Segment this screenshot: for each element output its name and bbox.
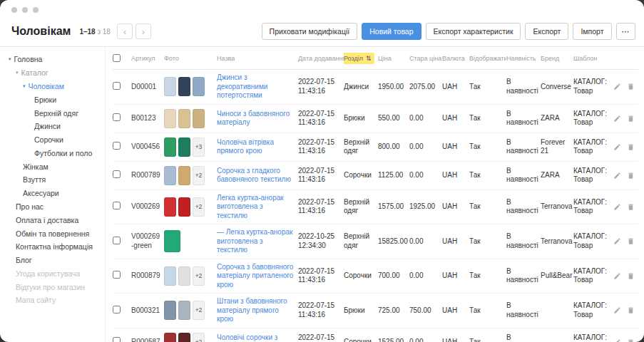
more-photos-badge[interactable]: +2 — [193, 266, 205, 286]
column-photo[interactable]: Фото — [164, 55, 217, 62]
delete-icon[interactable] — [627, 115, 635, 123]
sidebar-item[interactable]: Про нас — [1, 200, 103, 214]
more-photos-badge[interactable]: +2 — [193, 333, 205, 342]
product-name-link[interactable]: Чиноси з бавовняного матеріалу — [217, 110, 290, 127]
product-name-link[interactable]: Джинси з декоративними потертостями — [217, 73, 267, 99]
sidebar-item[interactable]: Джинси — [1, 120, 103, 133]
row-checkbox[interactable] — [113, 170, 121, 178]
row-checkbox[interactable] — [113, 337, 121, 342]
product-photo[interactable] — [164, 77, 176, 96]
sidebar-item[interactable]: Угода користувача — [1, 267, 103, 281]
product-name-link[interactable]: Чоловічі сорочки з легкого текстилю — [217, 333, 277, 342]
product-photo[interactable] — [164, 109, 176, 128]
row-checkbox[interactable] — [113, 306, 121, 314]
row-checkbox[interactable] — [113, 82, 121, 90]
row-checkbox[interactable] — [113, 113, 121, 121]
delete-icon[interactable] — [627, 338, 635, 342]
edit-icon[interactable] — [613, 115, 621, 123]
product-name-link[interactable]: — Легка куртка-анорак виготовлена з текс… — [217, 228, 292, 254]
column-old-price[interactable]: Стара ціна — [409, 55, 442, 62]
product-name-link[interactable]: Сорочка з гладкого бавовняного текстилю — [217, 167, 291, 184]
edit-icon[interactable] — [613, 172, 621, 180]
column-section[interactable]: Розділ ⇅ — [344, 53, 378, 64]
delete-icon[interactable] — [627, 143, 635, 151]
product-photo[interactable] — [178, 266, 190, 286]
more-actions-button[interactable]: ⋯ — [616, 23, 636, 40]
column-sku[interactable]: Артикул — [131, 55, 164, 62]
edit-icon[interactable] — [613, 83, 621, 90]
delete-icon[interactable] — [627, 83, 635, 90]
column-display[interactable]: Відображати — [469, 55, 506, 62]
column-name[interactable]: Назва — [217, 55, 298, 62]
more-photos-badge[interactable]: +2 — [193, 301, 205, 320]
sidebar-item[interactable]: Контактна інформація — [1, 240, 103, 254]
sidebar-item[interactable]: ▾Головна — [1, 53, 103, 66]
product-photo[interactable] — [178, 197, 190, 217]
edit-icon[interactable] — [613, 338, 621, 342]
sidebar-item[interactable]: Жінкам — [1, 160, 103, 173]
row-checkbox[interactable] — [113, 237, 121, 244]
product-photo[interactable] — [178, 301, 190, 320]
delete-icon[interactable] — [627, 306, 635, 314]
more-photos-badge[interactable]: +2 — [193, 197, 205, 217]
more-photos-badge[interactable]: +2 — [193, 166, 205, 185]
sidebar-item[interactable]: Відгуки про магазин — [1, 280, 103, 294]
window-control-dot[interactable] — [11, 7, 17, 13]
product-photo[interactable] — [164, 333, 176, 342]
edit-icon[interactable] — [613, 306, 621, 314]
product-photo[interactable] — [193, 77, 205, 96]
select-all-checkbox[interactable] — [113, 54, 121, 62]
column-availability[interactable]: Наявність — [506, 55, 541, 62]
product-photo[interactable] — [178, 109, 190, 128]
column-currency[interactable]: Валюта — [442, 55, 469, 62]
product-name-link[interactable]: Легка куртка-анорак виготовлена з тексти… — [217, 194, 284, 219]
delete-icon[interactable] — [627, 272, 635, 280]
product-photo[interactable] — [164, 197, 176, 217]
product-photo[interactable] — [193, 109, 205, 128]
more-photos-badge[interactable]: +3 — [193, 138, 205, 157]
column-template[interactable]: Шаблон — [573, 55, 613, 62]
sidebar-item[interactable]: Брюки — [1, 93, 103, 106]
export-characteristics-button[interactable]: Експорт характеристик — [426, 23, 521, 40]
product-name-link[interactable]: Чоловіча вітрівка прямого крою — [217, 138, 274, 155]
product-photo[interactable] — [164, 230, 180, 252]
sidebar-item[interactable]: Сорочки — [1, 133, 103, 147]
sidebar-item[interactable]: Блог — [1, 254, 103, 267]
sidebar-item[interactable]: Взуття — [1, 173, 103, 187]
product-photo[interactable] — [164, 166, 176, 185]
hide-modifications-button[interactable]: Приховати модифікації — [262, 23, 358, 40]
edit-icon[interactable] — [613, 237, 621, 245]
import-button[interactable]: Імпорт — [573, 23, 611, 40]
window-control-dot[interactable] — [22, 7, 28, 13]
product-photo[interactable] — [178, 333, 190, 342]
new-product-button[interactable]: Новий товар — [362, 23, 421, 40]
product-name-link[interactable]: Штани з бавовняного матеріалу прямого кр… — [217, 297, 287, 323]
sidebar-item[interactable]: ▾Чоловікам — [1, 80, 103, 93]
row-checkbox[interactable] — [113, 142, 121, 150]
sidebar-item[interactable]: Аксесуари — [1, 187, 103, 200]
sort-icon[interactable]: ⇅ — [366, 55, 372, 62]
next-page-button[interactable]: › — [136, 24, 151, 39]
column-date-added[interactable]: Дата додавання — [298, 55, 344, 62]
sidebar-item[interactable]: Оплата і доставка — [1, 213, 103, 227]
edit-icon[interactable] — [613, 272, 621, 280]
delete-icon[interactable] — [627, 203, 635, 211]
sidebar-item[interactable]: Обмін та повернення — [1, 227, 103, 240]
column-brand[interactable]: Бренд — [541, 55, 573, 62]
product-photo[interactable] — [178, 77, 190, 96]
edit-icon[interactable] — [613, 143, 621, 151]
delete-icon[interactable] — [627, 172, 635, 180]
delete-icon[interactable] — [627, 237, 635, 245]
sidebar-item[interactable]: Футболки и поло — [1, 146, 103, 160]
row-checkbox[interactable] — [113, 202, 121, 209]
export-button[interactable]: Експорт — [525, 23, 568, 40]
sidebar-item[interactable]: ▾Каталог — [1, 66, 103, 80]
row-checkbox[interactable] — [113, 271, 121, 279]
prev-page-button[interactable]: ‹ — [117, 24, 133, 39]
product-photo[interactable] — [178, 138, 190, 157]
product-photo[interactable] — [178, 166, 190, 185]
product-photo[interactable] — [164, 138, 176, 157]
edit-icon[interactable] — [613, 203, 621, 211]
product-photo[interactable] — [164, 266, 176, 286]
product-name-link[interactable]: Сорочка з бавовняного матеріалу притален… — [217, 263, 293, 289]
